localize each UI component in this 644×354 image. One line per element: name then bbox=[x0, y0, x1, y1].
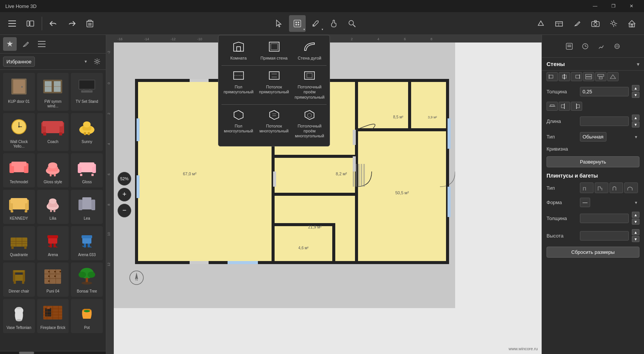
floorplan-button[interactable] bbox=[551, 15, 567, 32]
zoom-out-button[interactable]: − bbox=[118, 204, 131, 217]
popup-poly-opening[interactable]: Потолочный проём многоугольный bbox=[292, 106, 327, 142]
plinth-type-3[interactable] bbox=[609, 183, 623, 193]
tab-edit[interactable] bbox=[19, 37, 33, 51]
list-item[interactable]: FW symm wind... bbox=[37, 73, 69, 111]
plinth-type-2[interactable] bbox=[595, 183, 608, 193]
length-input[interactable] bbox=[580, 116, 629, 126]
list-item[interactable]: Vase Teftonian bbox=[3, 299, 35, 333]
list-item[interactable]: KENNEDY bbox=[3, 190, 35, 224]
list-item[interactable]: Sunny bbox=[71, 113, 103, 151]
align2-btn2[interactable] bbox=[559, 102, 570, 111]
thickness-up[interactable]: ▲ bbox=[632, 85, 639, 91]
list-item[interactable]: Puni 04 bbox=[37, 263, 69, 297]
right-tab-btn-1[interactable] bbox=[562, 39, 576, 53]
canvas-area[interactable]: -16 -14 -12 -10 -8 -6 -4 -2 0 2 4 6 8 -2… bbox=[106, 35, 542, 354]
list-item[interactable]: Arena 033 bbox=[71, 226, 103, 260]
plinth-type-1[interactable] bbox=[580, 183, 594, 193]
align2-btn1[interactable] bbox=[547, 102, 558, 111]
thickness-input[interactable] bbox=[580, 87, 629, 96]
walls-section-arrow[interactable]: ▾ bbox=[637, 61, 639, 67]
build-tool[interactable]: ▾ bbox=[289, 15, 306, 32]
category-settings-button[interactable] bbox=[91, 56, 103, 67]
svg-point-138 bbox=[82, 282, 92, 285]
cursor-tool[interactable] bbox=[271, 15, 287, 32]
camera-button[interactable] bbox=[587, 15, 604, 32]
list-item[interactable]: Gloss style bbox=[37, 153, 69, 187]
category-select[interactable]: Избранное bbox=[3, 57, 35, 67]
align-extra-2[interactable] bbox=[595, 72, 606, 81]
library-button[interactable] bbox=[22, 15, 39, 32]
pen-button[interactable] bbox=[569, 15, 586, 32]
align-center-button[interactable] bbox=[559, 72, 570, 81]
search-tool[interactable] bbox=[344, 15, 360, 32]
length-down[interactable]: ▼ bbox=[632, 121, 639, 127]
redo-button[interactable] bbox=[63, 15, 80, 32]
svg-rect-49 bbox=[81, 90, 93, 93]
sun-button[interactable] bbox=[605, 15, 622, 32]
popup-rect-opening[interactable]: Потолочный проём прямоугольный bbox=[292, 67, 327, 103]
tools-button[interactable]: ▾ bbox=[307, 15, 324, 32]
popup-poly-ceiling[interactable]: Потолок многоугольный bbox=[257, 106, 291, 142]
length-up[interactable]: ▲ bbox=[632, 115, 639, 121]
svg-rect-50 bbox=[83, 90, 85, 91]
list-item[interactable]: Fireplace Brick bbox=[37, 299, 69, 333]
popup-rect-floor[interactable]: Пол прямоугольный bbox=[221, 67, 256, 103]
list-item[interactable]: Wall Clock Yello... bbox=[3, 113, 35, 151]
plinth-thickness-input[interactable] bbox=[580, 214, 629, 223]
close-button[interactable]: ✕ bbox=[623, 0, 640, 12]
list-item[interactable]: Gloss bbox=[71, 153, 103, 187]
popup-rect-ceiling[interactable]: Потолок прямоугольный bbox=[257, 67, 291, 103]
item-label: Bonsai Tree bbox=[77, 289, 97, 294]
maximize-button[interactable]: ❐ bbox=[605, 0, 622, 12]
list-item[interactable]: Pot bbox=[71, 299, 103, 333]
svg-point-74 bbox=[48, 162, 57, 168]
horizontal-scrollbar[interactable] bbox=[0, 351, 106, 354]
house-button[interactable] bbox=[624, 15, 640, 32]
popup-room[interactable]: Комната bbox=[221, 38, 256, 64]
list-item[interactable]: Lilia bbox=[37, 190, 69, 224]
align-right-button[interactable] bbox=[571, 72, 582, 81]
delete-button[interactable] bbox=[82, 15, 98, 32]
expand-button[interactable]: Развернуть bbox=[547, 156, 639, 167]
list-item[interactable]: Dinner chair bbox=[3, 263, 35, 297]
pan-tool[interactable] bbox=[325, 15, 342, 32]
popup-straight-wall[interactable]: Прямая стена bbox=[257, 38, 291, 64]
right-tab-btn-3[interactable] bbox=[594, 39, 608, 53]
wall-type-select[interactable]: Обычная Несущая bbox=[580, 132, 606, 142]
list-item[interactable]: TV Set Stand bbox=[71, 73, 103, 111]
right-tab-btn-4[interactable] bbox=[610, 39, 624, 53]
right-tab-btn-2[interactable] bbox=[578, 39, 592, 53]
plinth-thickness-down[interactable]: ▼ bbox=[632, 219, 639, 225]
thickness-down[interactable]: ▼ bbox=[632, 92, 639, 98]
plinth-type-4[interactable] bbox=[624, 183, 638, 193]
tab-favorites[interactable] bbox=[3, 37, 17, 51]
list-item[interactable]: Arena bbox=[37, 226, 69, 260]
list-item[interactable]: Quadrante bbox=[3, 226, 35, 260]
list-item[interactable]: KUP door 01 bbox=[3, 73, 35, 111]
popup-poly-floor[interactable]: Пол многоугольный bbox=[221, 106, 256, 142]
plinth-form-select[interactable]: — bbox=[580, 198, 590, 207]
plinth-height-down[interactable]: ▼ bbox=[632, 236, 639, 242]
plinth-height-up[interactable]: ▲ bbox=[632, 229, 639, 235]
popup-arc-wall[interactable]: Стена дугой bbox=[292, 38, 327, 64]
zoom-in-button[interactable]: + bbox=[118, 188, 131, 201]
list-item[interactable]: Lea bbox=[71, 190, 103, 224]
list-item[interactable]: Coach bbox=[37, 113, 69, 151]
align-extra-3[interactable] bbox=[607, 72, 619, 81]
reset-sizes-button[interactable]: Сбросить размеры bbox=[547, 247, 639, 258]
minimize-button[interactable]: — bbox=[586, 0, 604, 12]
plinth-thickness-up[interactable]: ▲ bbox=[632, 212, 639, 218]
align-left-button[interactable] bbox=[547, 72, 558, 81]
view3d-button[interactable] bbox=[532, 15, 549, 32]
align-extra-1[interactable] bbox=[583, 72, 594, 81]
list-item[interactable]: Techmodel bbox=[3, 153, 35, 187]
svg-rect-2 bbox=[8, 26, 16, 27]
svg-text:50,5 м²: 50,5 м² bbox=[395, 190, 409, 195]
undo-button[interactable] bbox=[45, 15, 62, 32]
svg-point-135 bbox=[79, 272, 86, 278]
tab-list[interactable] bbox=[35, 37, 49, 51]
align2-btn3[interactable] bbox=[571, 102, 582, 111]
plinth-height-input[interactable] bbox=[580, 231, 629, 241]
list-item[interactable]: Bonsai Tree bbox=[71, 263, 103, 297]
menu-button[interactable] bbox=[4, 15, 20, 32]
